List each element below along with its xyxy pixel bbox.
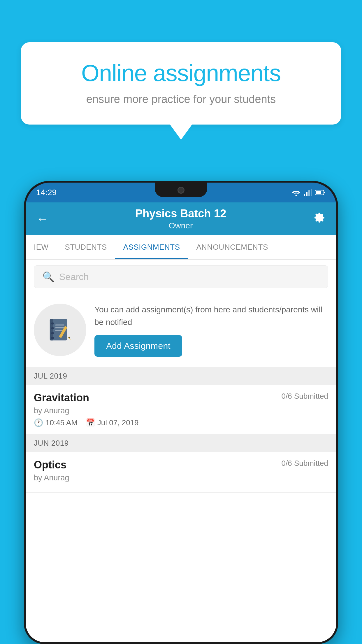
search-placeholder: Search	[59, 272, 89, 282]
svg-point-0	[296, 195, 297, 196]
assignment-item-gravitation[interactable]: Gravitation 0/6 Submitted by Anurag 🕐 10…	[26, 385, 336, 435]
assignment-date-gravitation: 📅 Jul 07, 2019	[86, 418, 139, 427]
header-subtitle: Owner	[48, 221, 313, 230]
calendar-icon: 📅	[86, 418, 95, 427]
tab-assignments[interactable]: ASSIGNMENTS	[115, 235, 188, 259]
battery-icon	[315, 189, 326, 196]
tab-assignments-label: ASSIGNMENTS	[123, 243, 180, 252]
svg-rect-2	[306, 192, 307, 196]
svg-rect-12	[51, 332, 54, 334]
tab-bar: IEW STUDENTS ASSIGNMENTS ANNOUNCEMENTS	[26, 235, 336, 260]
status-icons	[291, 189, 326, 196]
assignment-time-value: 10:45 AM	[45, 418, 78, 427]
tab-announcements[interactable]: ANNOUNCEMENTS	[188, 235, 276, 259]
assignment-title-gravitation: Gravitation	[34, 392, 89, 404]
assignment-by-optics: by Anurag	[34, 473, 328, 482]
tab-iew[interactable]: IEW	[26, 235, 57, 259]
section-jul-label: JUL 2019	[34, 372, 67, 380]
speech-bubble-container: Online assignments ensure more practice …	[21, 42, 341, 125]
add-assignment-promo: You can add assignment(s) from here and …	[26, 294, 336, 368]
svg-rect-3	[308, 190, 310, 196]
phone-inner: 14:29	[26, 183, 336, 642]
tab-students[interactable]: STUDENTS	[57, 235, 115, 259]
section-jul-2019: JUL 2019	[26, 368, 336, 385]
back-button[interactable]: ←	[36, 212, 48, 226]
assignment-top: Gravitation 0/6 Submitted	[34, 392, 328, 404]
status-time: 14:29	[36, 188, 57, 197]
phone-notch	[155, 183, 207, 197]
assignment-by-gravitation: by Anurag	[34, 406, 328, 415]
phone-frame: 14:29	[24, 181, 338, 644]
section-jun-2019: JUN 2019	[26, 435, 336, 452]
assignment-item-optics[interactable]: Optics 0/6 Submitted by Anurag	[26, 452, 336, 493]
assignment-meta-gravitation: 🕐 10:45 AM 📅 Jul 07, 2019	[34, 418, 328, 427]
speech-bubble-subtitle: ensure more practice for your students	[41, 93, 321, 106]
svg-rect-10	[51, 322, 54, 324]
add-assignment-button[interactable]: Add Assignment	[94, 335, 182, 357]
tab-iew-label: IEW	[34, 243, 49, 252]
assignment-date-value: Jul 07, 2019	[97, 418, 139, 427]
settings-button[interactable]	[313, 211, 326, 227]
speech-bubble-title: Online assignments	[41, 60, 321, 87]
gear-icon	[313, 211, 326, 224]
search-bar[interactable]: 🔍 Search	[34, 265, 328, 288]
svg-rect-11	[51, 327, 54, 329]
header-title-group: Physics Batch 12 Owner	[48, 207, 313, 230]
svg-rect-15	[55, 327, 64, 328]
search-icon: 🔍	[42, 271, 55, 283]
section-jun-label: JUN 2019	[34, 439, 69, 447]
notebook-icon-circle	[34, 304, 86, 356]
clock-icon: 🕐	[34, 418, 43, 427]
speech-bubble: Online assignments ensure more practice …	[21, 42, 341, 125]
background: Online assignments ensure more practice …	[0, 0, 362, 644]
svg-rect-6	[324, 192, 325, 193]
assignment-top-optics: Optics 0/6 Submitted	[34, 459, 328, 471]
assignment-submitted-gravitation: 0/6 Submitted	[282, 392, 328, 401]
content-area: 🔍 Search	[26, 260, 336, 642]
svg-rect-13	[51, 337, 54, 339]
notebook-icon	[46, 316, 74, 344]
assignment-time-gravitation: 🕐 10:45 AM	[34, 418, 78, 427]
svg-rect-1	[304, 194, 305, 196]
assignment-title-optics: Optics	[34, 459, 66, 471]
promo-right: You can add assignment(s) from here and …	[94, 303, 328, 357]
app-header: ← Physics Batch 12 Owner	[26, 202, 336, 235]
assignment-submitted-optics: 0/6 Submitted	[282, 459, 328, 468]
front-camera	[178, 187, 184, 194]
signal-icon	[304, 189, 312, 196]
svg-rect-16	[55, 330, 62, 331]
svg-rect-14	[55, 324, 64, 326]
search-container: 🔍 Search	[26, 260, 336, 294]
tab-announcements-label: ANNOUNCEMENTS	[196, 243, 268, 252]
svg-rect-7	[316, 191, 321, 194]
svg-rect-4	[311, 189, 312, 196]
header-title: Physics Batch 12	[48, 207, 313, 220]
promo-description: You can add assignment(s) from here and …	[94, 303, 328, 329]
tab-students-label: STUDENTS	[65, 243, 107, 252]
wifi-icon	[291, 189, 301, 196]
